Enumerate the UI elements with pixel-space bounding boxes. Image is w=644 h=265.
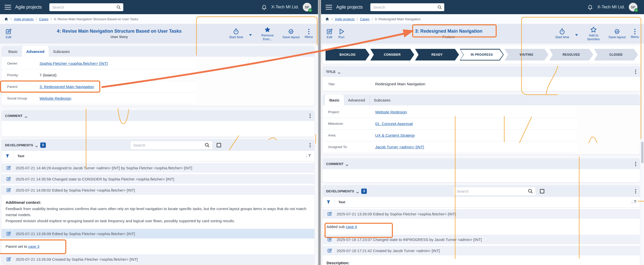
workflow-state[interactable]: RESOLVED [549,49,593,60]
start-time-button[interactable]: Start time [555,28,569,39]
remove-from-favorites-button[interactable]: Remove from... [258,26,277,41]
menu-button[interactable]: Menu [305,29,313,39]
breadcrumb-link[interactable]: Cases [360,17,369,21]
filter-funnel-icon[interactable] [323,197,335,207]
kebab-icon[interactable] [635,161,636,166]
sort-filter-controls[interactable]: ↓ [306,154,315,158]
edit-entry-icon[interactable] [323,211,337,216]
sort-filter-controls[interactable]: ↓ [631,200,640,205]
breadcrumb: / Agile projects / Cases / 4: Revise Mai… [0,14,318,24]
global-search-input[interactable] [373,5,437,10]
development-log-row[interactable]: 2025-07-18 17:21:42 Created by Jacob Tur… [323,246,640,255]
field-value[interactable]: UX & Content Strategy [375,133,415,138]
breadcrumb-link[interactable]: Cases [39,17,48,21]
note-link[interactable]: case 4 [346,225,357,229]
edit-entry-icon[interactable] [2,176,16,181]
global-search[interactable] [49,3,123,11]
start-time-caret[interactable] [575,33,578,35]
kebab-icon[interactable] [309,143,311,148]
user-avatar[interactable]: SF ✓ [629,3,637,11]
comment-body[interactable] [323,169,640,182]
development-note-row: Added sub case 4 [323,220,640,233]
window-divider[interactable] [318,0,321,265]
home-icon[interactable] [4,17,8,21]
note-link[interactable]: case 3 [28,244,39,249]
development-log-row[interactable]: 2025-07-21 14:35:58 Changed state to CON… [2,174,314,184]
kebab-icon[interactable] [309,113,311,118]
global-search[interactable] [370,3,444,11]
developments-search[interactable] [131,141,212,149]
workflow-state[interactable]: CLOSED [594,49,638,60]
stopwatch-icon [233,28,239,35]
edit-entry-icon[interactable] [2,231,16,236]
save-layout-button[interactable]: Save layout [609,28,626,39]
notifications-bell-icon[interactable] [261,4,267,10]
workflow-state[interactable]: BACKLOG [326,49,370,60]
field-value[interactable]: Website Redesign [39,96,71,101]
development-log-row[interactable]: 2025-07-21 14:09:02 Edited by Sophia Fle… [2,185,314,195]
edit-entry-icon[interactable] [323,248,337,253]
comment-section-title: COMMENT [326,162,344,166]
development-log-row[interactable]: 2025-07-21 13:26:09 Edited by Sophia Fle… [323,209,640,219]
tab[interactable]: Advanced [22,46,49,57]
log-text: 2025-07-18 17:23:07 Changed state to INP… [337,237,482,242]
home-icon[interactable] [325,17,329,21]
start-time-caret[interactable] [249,33,252,35]
chevron-down-icon[interactable] [338,71,340,73]
menu-button[interactable]: Menu [631,29,639,39]
run-button[interactable]: Run [338,28,345,39]
tab[interactable]: Subcases [49,46,74,57]
save-layout-button[interactable]: Save layout [283,28,300,39]
comment-body[interactable] [2,121,314,137]
field-value[interactable]: 3: Redesigned Main Navigation [39,85,94,89]
filter-funnel-icon[interactable] [2,151,14,161]
field-value[interactable]: Jacob Turner <admin> [INT] [375,145,424,149]
tab[interactable]: Basic [325,95,344,105]
expand-grid-icon[interactable] [540,189,544,193]
edit-entry-icon[interactable] [2,257,16,262]
kebab-icon[interactable] [635,189,636,194]
hamburger-menu-icon[interactable] [326,5,332,10]
developments-table-header: Text ↓ [323,197,640,208]
add-to-favorites-button[interactable]: Add to favorites [584,26,603,41]
workflow-state[interactable]: READY [415,49,459,60]
developments-search-input[interactable] [456,189,528,194]
kebab-icon[interactable] [635,69,636,74]
hamburger-menu-icon[interactable] [5,5,11,10]
development-log-row[interactable]: 2025-07-21 13:26:09 Edited by Sophia Fle… [2,229,314,238]
development-log-row[interactable]: 2025-07-21 13:26:09 Created by Sophia Fl… [2,254,314,264]
workflow-state[interactable]: WAITING [505,49,549,60]
edit-entry-icon[interactable] [2,165,16,170]
chevron-down-icon[interactable] [356,190,359,192]
developments-search[interactable] [454,187,535,195]
breadcrumb-link[interactable]: Agile projects [14,17,34,21]
workflow-state-label: IN PROGRESS [471,53,493,56]
tab[interactable]: Advanced [344,95,369,105]
workflow-state[interactable]: IN PROGRESS [460,49,504,60]
developments-rows: 2025-07-21 14:46:28 Assigned to Jacob Tu… [2,163,314,264]
edit-entry-icon[interactable] [2,188,16,193]
chevron-down-icon[interactable] [35,144,38,146]
edit-button[interactable]: Edit [326,28,333,39]
chevron-down-icon[interactable] [25,115,27,117]
field-value[interactable]: Website Redesign [375,110,407,114]
global-search-input[interactable] [52,5,116,10]
expand-grid-icon[interactable] [217,143,221,147]
tab[interactable]: Basic [4,46,22,57]
edit-entry-icon[interactable] [323,237,337,242]
user-avatar[interactable]: SF ✓ [303,3,311,11]
workflow-state[interactable]: CONSIDER [370,49,414,60]
tab[interactable]: Subcases [369,95,395,105]
notifications-bell-icon[interactable] [587,4,593,10]
field-value[interactable]: 01. Concept Approval [375,121,413,126]
page-title: 4: Revise Main Navigation Structure Base… [57,29,182,34]
edit-button[interactable]: Edit [5,28,12,39]
field-value[interactable]: Sophia Fletcher <sophia.fletcher> [INT] [39,61,108,66]
development-log-row[interactable]: 2025-07-21 14:46:28 Assigned to Jacob Tu… [2,163,314,173]
scrollbar-thumb[interactable] [641,142,643,163]
developments-search-input[interactable] [133,143,204,148]
development-log-row[interactable]: 2025-07-18 17:23:07 Changed state to INP… [323,235,640,244]
chevron-down-icon[interactable] [346,163,348,165]
breadcrumb-link[interactable]: Agile projects [335,17,355,21]
start-time-button[interactable]: Start time [229,28,243,39]
